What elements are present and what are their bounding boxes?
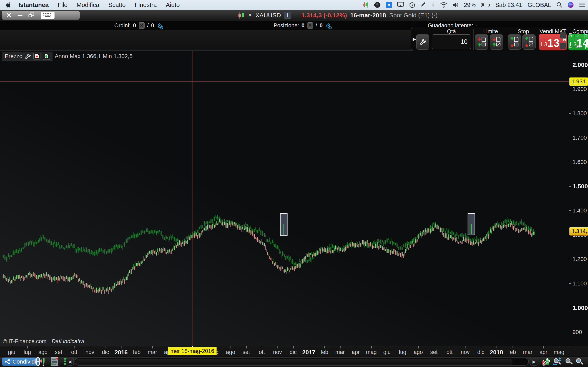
time-label: mar [335,349,345,355]
menu-aiuto[interactable]: Aiuto [166,1,180,8]
trade-settings-button[interactable] [416,34,429,50]
volume-icon[interactable] [452,2,458,8]
candlestick-status-icon[interactable] [363,2,369,8]
pencil-icon[interactable] [421,2,426,8]
qty-value: 10 [432,38,471,45]
time-label: ago [38,349,48,355]
crosshair-price-badge: 1.931 [570,77,588,86]
copyright-line: © IT-Finance.com Dati indicativi [3,338,84,345]
time-label: set [55,349,62,355]
chart-plot[interactable] [0,51,588,346]
long-pip-unit: pip [585,43,588,49]
time-axis[interactable]: giulugagosetottnovdic2016febmaraprlugago… [0,346,588,356]
current-price-badge: 1.314,3 [570,227,588,235]
time-scrollbar[interactable] [75,358,529,366]
scroll-left-button[interactable]: ◀ [66,358,74,366]
price-tick [569,65,571,65]
price-panel-label: Prezzo [5,53,22,59]
price-tick [569,308,571,308]
time-label: apr [539,349,547,355]
price-label: 900 [572,329,582,335]
instrument-dropdown-icon[interactable]: ▼ [248,13,252,18]
time-tick [12,346,12,349]
price-label: 1.400 [572,207,587,214]
sell-doc-icon[interactable] [34,53,40,60]
teamviewer-icon[interactable] [386,2,392,8]
notification-center-icon[interactable] [579,2,585,8]
stop-close-button[interactable] [508,34,521,50]
price-change-label: 1.314,3 (-0,12%) [301,12,347,19]
menu-clock[interactable]: Sab 23:41 [495,2,522,8]
info-icon[interactable]: i [284,12,291,19]
price-settings-wrench-icon[interactable] [25,53,31,59]
limit-profit-checkbox[interactable] [560,43,566,49]
zoom-fit-icon[interactable] [554,358,561,366]
time-label: ott [447,349,453,355]
time-machine-icon[interactable] [409,2,415,8]
news-icon[interactable] [51,358,58,366]
price-tick [569,113,571,114]
stop-order-button[interactable] [522,34,536,50]
disclaimer-text: Dati indicativi [52,338,84,344]
close-position-icon[interactable]: ✕ [307,22,313,29]
price-chart[interactable]: Prezzo Anno:Max 1.366,1 Min 1.302,5 2.00… [0,51,588,346]
time-label: ago [226,349,235,355]
time-label: giu [8,349,15,355]
time-label: 2018 [490,349,503,356]
price-label: 1.100 [572,280,587,287]
cancel-orders-icon[interactable]: ✕ [139,22,145,29]
link-instrument-icon[interactable] [36,358,47,366]
instrument-candle-icon [238,11,245,19]
apple-icon[interactable] [6,2,11,8]
close-window-icon[interactable]: ✕ [6,11,12,19]
scrollbar-thumb[interactable] [76,359,512,365]
time-tick [465,346,466,349]
menu-app-name[interactable]: Istantanea [18,1,49,8]
menu-modifica[interactable]: Modifica [77,1,99,8]
bottom-bar: Condividi ◀ ▶ − + [0,357,588,367]
short-pip-unit: pip [584,32,588,39]
time-label: nov [273,349,282,355]
chart-settings-icon[interactable] [541,358,550,366]
time-tick [231,346,231,349]
minimize-window-icon[interactable]: ─ [18,12,22,19]
orders-slash: / [147,22,149,29]
short-label: S [568,32,572,39]
bluetooth-icon [431,2,435,8]
long-pip-input[interactable]: 10 [574,42,583,50]
battery-icon [481,3,490,7]
position-settings-icon[interactable]: ⚙⚙ [325,22,329,29]
restore-window-icon[interactable] [28,12,35,18]
battery-percent: 29% [464,2,476,8]
buy-doc-icon[interactable] [43,53,50,60]
zoom-in-icon[interactable]: + [576,358,583,366]
keyboard-layout[interactable]: GLOBAL [527,2,551,8]
limit-label: Limite [476,28,505,35]
menu-scatto[interactable]: Scatto [108,1,126,8]
time-label: ott [259,349,265,355]
price-label: 1.600 [572,159,587,165]
orders-settings-icon[interactable]: ⚙⚙ [157,22,161,29]
siri-icon[interactable] [568,2,574,8]
price-label: 1.900 [572,86,587,92]
scroll-right-button[interactable]: ▶ [530,358,538,366]
qty-input[interactable]: 10 [432,34,471,49]
share-button[interactable]: Condividi [2,358,40,366]
vpn-status-icon[interactable] [374,2,380,8]
stop-loss-checkbox[interactable] [560,32,566,39]
keyboard-panel-icon[interactable] [41,12,54,19]
menu-file[interactable]: File [58,1,67,8]
time-label: dic [477,349,484,355]
panel-collapse-icon[interactable]: ▶ [413,36,416,42]
wifi-icon[interactable] [440,2,447,8]
time-tick [434,346,434,349]
airplay-icon[interactable] [397,2,404,8]
limit-order-button[interactable] [490,34,503,50]
symbol-label[interactable]: XAUUSD [255,12,281,19]
limit-close-button[interactable] [475,34,488,50]
price-tick [569,284,571,284]
menu-finestra[interactable]: Finestra [135,1,157,8]
short-pip-input[interactable]: 2 [574,31,582,39]
zoom-out-icon[interactable]: − [566,358,572,366]
spotlight-search-icon[interactable] [557,2,562,8]
